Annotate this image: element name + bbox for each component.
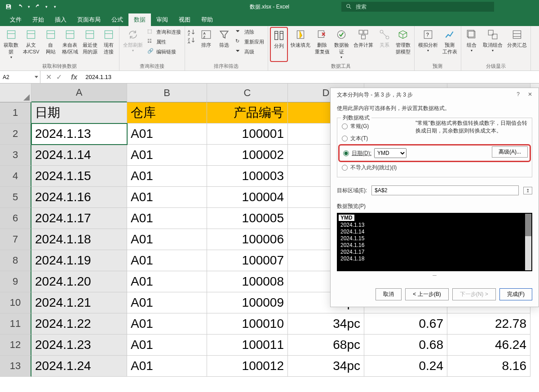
cell[interactable]: A01 [127, 208, 207, 229]
name-box[interactable] [0, 71, 40, 83]
cell[interactable]: 产品编号 [207, 102, 288, 123]
cell[interactable]: 68pc [288, 335, 364, 356]
tab-6[interactable]: 审阅 [151, 13, 173, 26]
collapse-dialog-icon[interactable]: ↥ [523, 187, 532, 194]
cell[interactable]: 2024.1.24 [31, 356, 127, 377]
cell[interactable]: 34pc [288, 356, 364, 377]
cell[interactable]: 2024.1.13 [31, 123, 127, 145]
subtotal-button[interactable]: 分类汇总 [505, 27, 529, 62]
radio-date[interactable]: 日期(D): [343, 150, 371, 157]
back-button[interactable]: < 上一步(B) [405, 288, 448, 300]
cell[interactable]: A01 [127, 166, 207, 187]
cell[interactable]: A01 [127, 145, 207, 166]
cell[interactable]: 2024.1.17 [31, 208, 127, 229]
queries-connections-button[interactable]: ⬚查询和连接 [146, 27, 183, 37]
row-header-9[interactable]: 9 [0, 271, 31, 292]
cell[interactable]: A01 [127, 250, 207, 271]
sort-asc-icon[interactable]: AZ [188, 29, 196, 36]
getdata-btn-3[interactable]: 来自表 格/区域 [60, 27, 80, 62]
dialog-help-icon[interactable]: ? [517, 91, 520, 99]
formula-content[interactable]: 2024.1.13 [81, 74, 539, 80]
tab-0[interactable]: 文件 [4, 13, 27, 26]
cell[interactable]: 2024.1.22 [31, 313, 127, 335]
cell[interactable]: 100003 [207, 166, 288, 187]
what-if-button[interactable]: ?模拟分析▾ [416, 27, 440, 62]
destination-input[interactable] [371, 185, 519, 195]
cell[interactable]: A01 [127, 292, 207, 313]
next-button[interactable]: 下一步(N) > [452, 288, 496, 300]
cell[interactable]: 100011 [207, 335, 288, 356]
finish-button[interactable]: 完成(F) [499, 288, 532, 300]
cell[interactable]: 仓库 [127, 102, 207, 123]
cell[interactable]: 22.78 [447, 313, 530, 335]
column-header-C[interactable]: C [207, 84, 288, 102]
row-header-8[interactable]: 8 [0, 250, 31, 271]
data-model-button[interactable]: 管理数 据模型 [394, 27, 412, 62]
cell[interactable]: 100006 [207, 229, 288, 250]
filter-button[interactable]: 筛选 [216, 27, 233, 62]
cell[interactable]: A01 [127, 187, 207, 208]
cell[interactable]: 100007 [207, 250, 288, 271]
tab-2[interactable]: 插入 [49, 13, 72, 26]
refresh-all-button[interactable]: 全部刷新▾ [121, 27, 145, 62]
cell[interactable]: 100010 [207, 313, 288, 335]
cell[interactable]: 100008 [207, 271, 288, 292]
cell[interactable]: 46.24 [447, 335, 530, 356]
cell[interactable]: 0.68 [364, 335, 447, 356]
row-header-13[interactable]: 13 [0, 356, 31, 377]
row-header-12[interactable]: 12 [0, 335, 31, 356]
cell[interactable]: 100002 [207, 145, 288, 166]
reapply-button[interactable]: ↻重新应用 [234, 37, 266, 47]
cell[interactable]: 0.24 [364, 356, 447, 377]
group-button[interactable]: 组合▾ [463, 27, 480, 62]
undo-dropdown-icon[interactable]: ▾ [28, 4, 30, 9]
cell[interactable]: 8.16 [447, 356, 530, 377]
row-header-7[interactable]: 7 [0, 229, 31, 250]
cell[interactable]: 2024.1.19 [31, 250, 127, 271]
cell[interactable]: 100004 [207, 187, 288, 208]
cell[interactable]: A01 [127, 271, 207, 292]
sort-button[interactable]: AZ排序 [198, 27, 215, 62]
redo-dropdown-icon[interactable]: ▾ [45, 4, 48, 9]
getdata-btn-5[interactable]: 现有 连接 [100, 27, 117, 62]
edit-links-button[interactable]: 🔗编辑链接 [146, 47, 183, 57]
fx-icon[interactable]: fx [67, 73, 81, 81]
cell[interactable]: A01 [127, 356, 207, 377]
undo-icon[interactable] [16, 3, 24, 11]
cell[interactable]: 100009 [207, 292, 288, 313]
row-header-4[interactable]: 4 [0, 166, 31, 187]
name-box-input[interactable] [3, 74, 30, 80]
cell[interactable]: 2024.1.14 [31, 145, 127, 166]
relationships-button[interactable]: 关系 [376, 27, 393, 62]
column-header-A[interactable]: A [31, 84, 127, 102]
redo-icon[interactable] [34, 3, 42, 11]
cell[interactable]: 2024.1.15 [31, 166, 127, 187]
row-header-1[interactable]: 1 [0, 102, 31, 123]
cell[interactable]: 2024.1.21 [31, 292, 127, 313]
tab-3[interactable]: 页面布局 [72, 13, 106, 26]
qat-customize-icon[interactable]: ▾ [54, 4, 56, 9]
cell[interactable]: 100001 [207, 123, 288, 145]
ungroup-button[interactable]: 取消组合▾ [481, 27, 504, 62]
cell[interactable]: 100005 [207, 208, 288, 229]
data-validation-button[interactable]: 数据验 证▾ [332, 27, 351, 62]
row-header-3[interactable]: 3 [0, 145, 31, 166]
cell[interactable]: 0.67 [364, 313, 447, 335]
properties-button[interactable]: ☷属性 [146, 37, 183, 47]
getdata-btn-2[interactable]: 自 网站 [42, 27, 59, 62]
clear-filter-button[interactable]: ⏷清除 [234, 27, 266, 37]
remove-duplicates-button[interactable]: 删除 重复值 [313, 27, 331, 62]
search-box[interactable] [341, 2, 494, 12]
preview-scrollbar[interactable] [525, 214, 531, 270]
consolidate-button[interactable]: 合并计算 [352, 27, 375, 62]
preview-slider[interactable]: ─ [337, 272, 532, 278]
search-input[interactable] [356, 4, 490, 10]
sort-desc-icon[interactable]: ZA [188, 37, 196, 44]
tab-8[interactable]: 帮助 [196, 13, 218, 26]
tab-1[interactable]: 开始 [27, 13, 49, 26]
getdata-btn-4[interactable]: 最近使 用的源 [81, 27, 99, 62]
advanced-filter-button[interactable]: ⏷高级 [234, 47, 266, 57]
tab-5[interactable]: 数据 [128, 13, 151, 26]
row-header-5[interactable]: 5 [0, 187, 31, 208]
row-header-6[interactable]: 6 [0, 208, 31, 229]
